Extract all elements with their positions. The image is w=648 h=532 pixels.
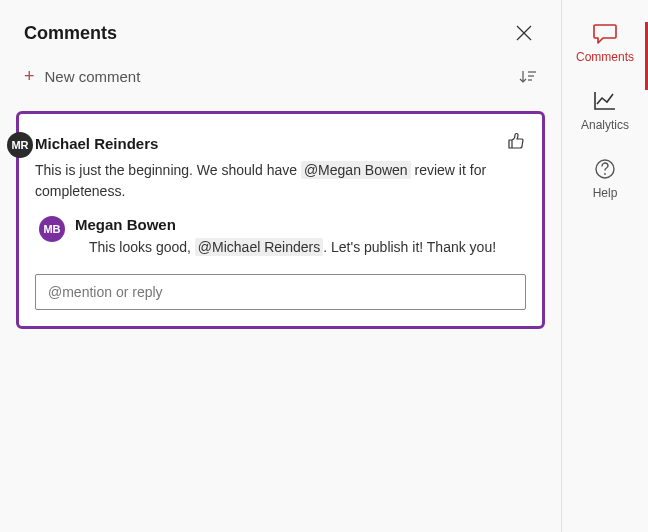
reply-content: Megan Bowen This looks good, @Michael Re… (75, 216, 526, 258)
sidebar-item-label: Comments (576, 50, 634, 64)
reply-text-after: . Let's publish it! Thank you! (323, 239, 496, 255)
mention[interactable]: @Megan Bowen (301, 161, 411, 179)
avatar: MB (39, 216, 65, 242)
comment-author: Michael Reinders (35, 135, 158, 152)
sidebar: Comments Analytics Help (562, 0, 648, 532)
panel-title: Comments (24, 23, 117, 44)
mention[interactable]: @Michael Reinders (195, 238, 323, 256)
like-button[interactable] (506, 132, 526, 154)
comment-reply: MB Megan Bowen This looks good, @Michael… (35, 216, 526, 258)
sidebar-item-analytics[interactable]: Analytics (581, 90, 629, 132)
sidebar-item-help[interactable]: Help (593, 158, 618, 200)
comments-panel: Comments + New comment MR (0, 0, 562, 532)
sidebar-item-label: Analytics (581, 118, 629, 132)
svg-point-7 (604, 173, 606, 175)
reply-author: Megan Bowen (75, 216, 526, 233)
thumbs-up-icon (506, 132, 526, 150)
reply-text-before: This looks good, (89, 239, 195, 255)
analytics-icon (593, 90, 617, 112)
comment-thread[interactable]: MR Michael Reinders This is just the beg… (16, 111, 545, 329)
plus-icon: + (24, 66, 35, 87)
toolbar: + New comment (0, 58, 561, 103)
comment-header: Michael Reinders (35, 132, 526, 154)
new-comment-label: New comment (45, 68, 141, 85)
comment-text-before: This is just the beginning. We should ha… (35, 162, 301, 178)
reply-body: This looks good, @Michael Reinders. Let'… (75, 237, 526, 258)
close-button[interactable] (511, 20, 537, 46)
sort-button[interactable] (519, 69, 537, 85)
close-icon (515, 24, 533, 42)
sidebar-item-comments[interactable]: Comments (576, 22, 634, 64)
panel-header: Comments (0, 0, 561, 58)
help-icon (594, 158, 616, 180)
comment: MR Michael Reinders This is just the beg… (35, 132, 526, 202)
comment-body: This is just the beginning. We should ha… (35, 160, 526, 202)
sort-icon (519, 69, 537, 85)
new-comment-button[interactable]: + New comment (24, 66, 140, 87)
reply-input[interactable] (35, 274, 526, 310)
sidebar-item-label: Help (593, 186, 618, 200)
comment-icon (592, 22, 618, 44)
avatar: MR (7, 132, 33, 158)
